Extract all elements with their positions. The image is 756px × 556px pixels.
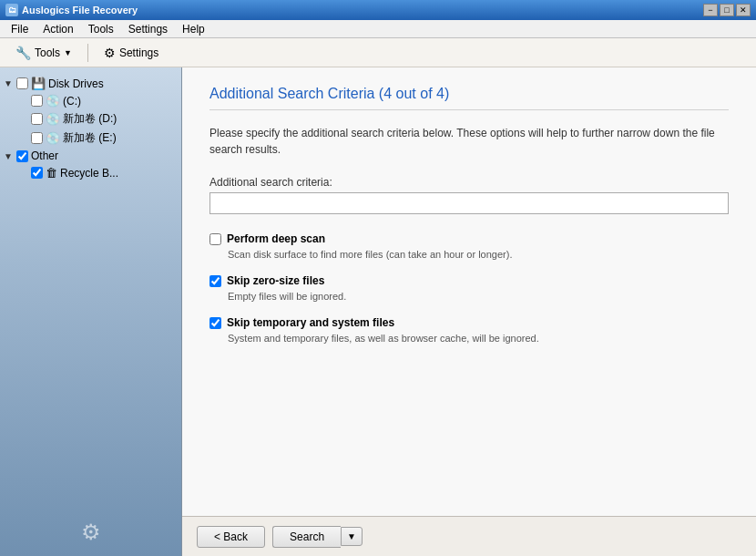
window-title: Auslogics File Recovery	[22, 5, 138, 15]
other-checkbox[interactable]	[16, 150, 28, 162]
option-deep-scan: Perform deep scan Scan disk surface to f…	[209, 232, 729, 260]
disk-drives-label: Disk Drives	[48, 77, 104, 90]
tree-other[interactable]: ▼ Other	[0, 148, 181, 164]
menu-tools[interactable]: Tools	[81, 21, 121, 37]
disk-drives-checkbox[interactable]	[16, 77, 28, 89]
skip-zero-checkbox[interactable]	[209, 275, 221, 287]
panel-title: Additional Search Criteria (4 out of 4)	[209, 86, 729, 110]
tree-drive-c[interactable]: 💿 (C:)	[15, 92, 181, 109]
search-dropdown-button[interactable]: ▼	[341, 527, 363, 546]
deep-scan-checkbox[interactable]	[209, 233, 221, 245]
tree-drives-children: 💿 (C:) 💿 新加卷 (D:) 💿 新加卷 (E:)	[0, 92, 181, 148]
drive-d-label: 新加卷 (D:)	[63, 111, 117, 127]
recycle-bin-label: Recycle B...	[60, 167, 118, 180]
drive-d-checkbox[interactable]	[31, 113, 43, 125]
drive-e-icon: 💿	[46, 131, 60, 145]
menu-action[interactable]: Action	[36, 21, 80, 37]
main-window: 🔧 Tools ▼ ⚙ Settings ▼ 💾 Disk Drives	[0, 38, 756, 556]
menu-help[interactable]: Help	[175, 21, 212, 37]
drive-c-icon: 💿	[46, 94, 60, 108]
skip-temp-description: System and temporary files, as well as b…	[209, 333, 729, 344]
sidebar-gear-icon[interactable]: ⚙	[81, 520, 101, 545]
drive-d-icon: 💿	[46, 112, 60, 126]
tools-icon: 🔧	[15, 46, 31, 60]
close-button[interactable]: ✕	[736, 4, 751, 16]
panel-content: Additional Search Criteria (4 out of 4) …	[182, 67, 756, 516]
tools-arrow-icon: ▼	[64, 48, 72, 57]
tree-disk-drives[interactable]: ▼ 💾 Disk Drives	[0, 75, 181, 92]
settings-icon: ⚙	[104, 46, 116, 60]
criteria-input[interactable]	[209, 192, 729, 214]
content-area: ▼ 💾 Disk Drives 💿 (C:) 💿 新加卷 (D:)	[0, 67, 756, 556]
tree-other-children: 🗑 Recycle B...	[0, 164, 181, 181]
title-bar-left: 🗂 Auslogics File Recovery	[5, 4, 138, 16]
minimize-button[interactable]: −	[703, 4, 718, 16]
settings-label: Settings	[119, 46, 158, 59]
disk-drives-icon: 💾	[31, 77, 46, 90]
menu-settings[interactable]: Settings	[121, 21, 175, 37]
skip-zero-label: Skip zero-size files	[227, 274, 324, 287]
search-button-group: Search ▼	[272, 526, 363, 548]
option-skip-zero: Skip zero-size files Empty files will be…	[209, 274, 729, 302]
panel-description: Please specify the additional search cri…	[209, 125, 729, 158]
recycle-bin-icon: 🗑	[46, 166, 57, 180]
toolbar-separator	[87, 44, 88, 62]
drive-c-label: (C:)	[63, 95, 81, 108]
menu-bar: File Action Tools Settings Help	[0, 20, 756, 38]
skip-temp-checkbox[interactable]	[209, 317, 221, 329]
option-skip-zero-row: Skip zero-size files	[209, 274, 729, 287]
tree-drive-e[interactable]: 💿 新加卷 (E:)	[15, 129, 181, 148]
drive-e-checkbox[interactable]	[31, 132, 43, 144]
app-icon: 🗂	[5, 4, 18, 16]
deep-scan-description: Scan disk surface to find more files (ca…	[209, 249, 729, 260]
skip-zero-description: Empty files will be ignored.	[209, 291, 729, 302]
maximize-button[interactable]: □	[720, 4, 734, 16]
toolbar: 🔧 Tools ▼ ⚙ Settings	[0, 38, 756, 67]
tree-recycle-bin[interactable]: 🗑 Recycle B...	[15, 164, 181, 181]
disk-drives-toggle: ▼	[4, 78, 16, 88]
drive-e-label: 新加卷 (E:)	[63, 130, 117, 146]
search-button[interactable]: Search	[272, 526, 341, 548]
settings-button[interactable]: ⚙ Settings	[96, 42, 167, 64]
option-skip-temp-row: Skip temporary and system files	[209, 316, 729, 329]
skip-temp-label: Skip temporary and system files	[227, 316, 394, 329]
tools-label: Tools	[35, 46, 60, 59]
tree-drive-d[interactable]: 💿 新加卷 (D:)	[15, 109, 181, 129]
main-panel: Additional Search Criteria (4 out of 4) …	[182, 67, 756, 556]
title-bar: 🗂 Auslogics File Recovery − □ ✕	[0, 0, 756, 20]
recycle-bin-checkbox[interactable]	[31, 167, 43, 179]
deep-scan-label: Perform deep scan	[227, 232, 325, 245]
bottom-bar: < Back Search ▼	[182, 516, 756, 556]
option-deep-scan-row: Perform deep scan	[209, 232, 729, 245]
drive-c-checkbox[interactable]	[31, 95, 43, 107]
option-skip-temp: Skip temporary and system files System a…	[209, 316, 729, 344]
sidebar: ▼ 💾 Disk Drives 💿 (C:) 💿 新加卷 (D:)	[0, 67, 182, 556]
tools-button[interactable]: 🔧 Tools ▼	[7, 42, 80, 64]
back-button[interactable]: < Back	[197, 526, 265, 548]
criteria-label: Additional search criteria:	[209, 176, 729, 189]
title-bar-buttons: − □ ✕	[703, 4, 751, 16]
menu-file[interactable]: File	[4, 21, 36, 37]
other-toggle: ▼	[4, 151, 16, 161]
other-label: Other	[31, 149, 58, 162]
